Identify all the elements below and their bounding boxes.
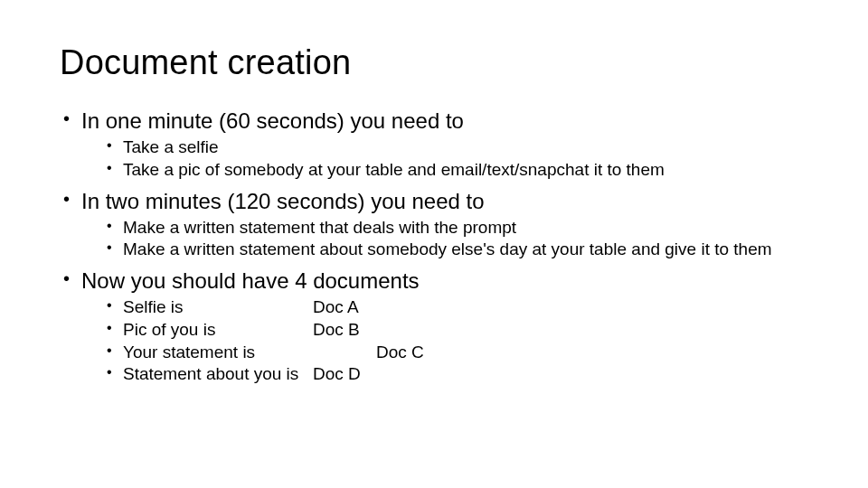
doc-value: Doc B: [313, 319, 808, 341]
doc-row-c: Your statement is Doc C: [107, 342, 808, 363]
bullet-sublist: Take a selfie Take a pic of somebody at …: [81, 136, 808, 181]
doc-value: Doc A: [313, 296, 808, 318]
slide-title: Document creation: [60, 43, 808, 82]
doc-label: Pic of you is: [123, 319, 313, 341]
sub-bullet: Make a written statement that deals with…: [107, 217, 808, 239]
bullet-four-documents: Now you should have 4 documents Selfie i…: [60, 267, 808, 385]
bullet-text: In one minute (60 seconds) you need to: [81, 108, 464, 133]
sub-bullet: Take a selfie: [107, 136, 808, 158]
doc-row-d: Statement about you is Doc D: [107, 363, 808, 385]
doc-label: Selfie is: [123, 296, 313, 318]
doc-value: Doc C: [313, 342, 808, 363]
bullet-one-minute: In one minute (60 seconds) you need to T…: [60, 108, 808, 181]
sub-bullet: Make a written statement about somebody …: [107, 239, 808, 260]
bullet-sublist: Make a written statement that deals with…: [81, 217, 808, 261]
bullet-text: In two minutes (120 seconds) you need to: [81, 189, 485, 213]
bullet-sublist-docs: Selfie is Doc A Pic of you is Doc B Your…: [81, 296, 808, 385]
bullet-list-level1: In one minute (60 seconds) you need to T…: [60, 108, 808, 385]
slide: Document creation In one minute (60 seco…: [0, 0, 868, 488]
sub-bullet: Take a pic of somebody at your table and…: [107, 159, 808, 181]
doc-row-b: Pic of you is Doc B: [107, 319, 808, 341]
doc-value: Doc D: [313, 363, 808, 385]
doc-label: Your statement is: [123, 342, 313, 363]
doc-row-a: Selfie is Doc A: [107, 296, 808, 318]
doc-label: Statement about you is: [123, 363, 313, 385]
bullet-two-minutes: In two minutes (120 seconds) you need to…: [60, 188, 808, 261]
bullet-text: Now you should have 4 documents: [81, 268, 420, 293]
